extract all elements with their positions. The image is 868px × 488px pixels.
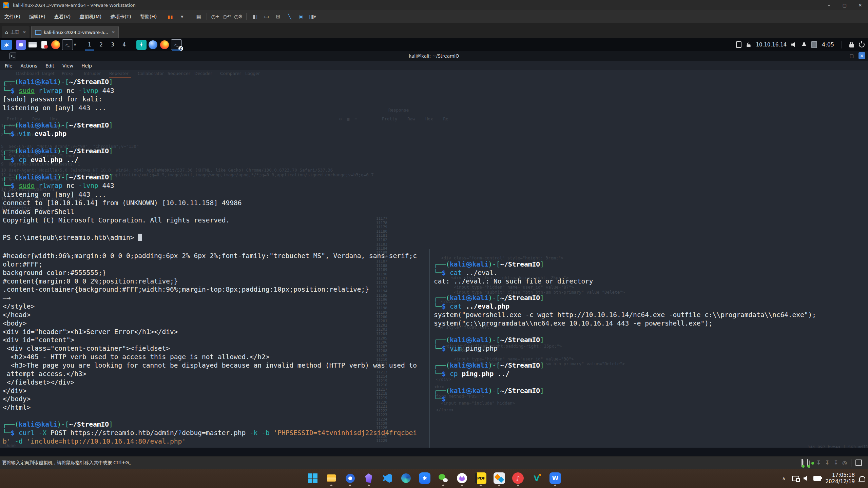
tab-home-close-icon[interactable]: ✕ bbox=[23, 30, 26, 35]
sphere-app-window-icon[interactable] bbox=[148, 40, 158, 50]
obsidian[interactable] bbox=[360, 470, 378, 486]
stretch-icon[interactable]: ╲ bbox=[284, 14, 295, 20]
message-log-icon[interactable] bbox=[855, 460, 862, 466]
terminal-line: .content-container{background:#FFF;width… bbox=[3, 286, 417, 294]
vmware-menu-2[interactable]: 查看(V) bbox=[50, 10, 75, 23]
wechat[interactable] bbox=[434, 470, 453, 486]
send-ctrl-alt-del-icon[interactable]: ▦ bbox=[193, 14, 204, 20]
snapshot-manager-icon[interactable]: ◷⚙ bbox=[232, 14, 244, 20]
terminal-menu-help[interactable]: Help bbox=[81, 63, 92, 69]
app-launcher-icon[interactable] bbox=[16, 40, 26, 50]
vmware-menu-3[interactable]: 虚拟机(M) bbox=[75, 10, 106, 23]
workspace-4[interactable]: 4 bbox=[119, 40, 129, 50]
file-manager-icon[interactable] bbox=[27, 40, 38, 50]
workspace-1[interactable]: 1 bbox=[84, 40, 95, 50]
tray-notifications-icon[interactable] bbox=[859, 476, 865, 481]
edge-browser[interactable] bbox=[397, 470, 416, 486]
workspace-3[interactable]: 3 bbox=[108, 40, 118, 50]
terminal-line: ┌──(kali㉿kali)-[~/StreamIO] bbox=[3, 147, 242, 156]
vmware-menu-0[interactable]: 文件(F) bbox=[0, 10, 25, 23]
vmware-close-button[interactable]: ✕ bbox=[852, 0, 868, 10]
usb-device-2-icon[interactable]: ↧ bbox=[825, 460, 829, 466]
multi-monitor-icon[interactable]: ◨▾ bbox=[307, 14, 318, 20]
workspace-switcher[interactable]: 1234 bbox=[83, 40, 129, 50]
start-button[interactable] bbox=[304, 470, 322, 486]
tab-kali-vm[interactable]: kali-linux-2024.3-vmware-a... ✕ bbox=[31, 26, 119, 38]
vmware-menu-4[interactable]: 选项卡(T) bbox=[106, 10, 135, 23]
snapshot-revert-icon[interactable]: ◷↶ bbox=[221, 14, 232, 20]
running-indicator bbox=[517, 485, 519, 486]
volume-icon[interactable] bbox=[791, 42, 797, 47]
terminal-menu-edit[interactable]: Edit bbox=[45, 63, 54, 69]
vpn-lock-icon[interactable] bbox=[747, 44, 751, 47]
tmux-vertical-border[interactable] bbox=[429, 249, 430, 448]
cat-app[interactable] bbox=[453, 470, 471, 486]
tmux-pane-bottom-left[interactable]: #header{width:96%;margin:0 0 0 0;padding… bbox=[3, 252, 417, 446]
lock-screen-icon[interactable] bbox=[849, 44, 854, 47]
v2rayn[interactable]: V bbox=[527, 470, 546, 486]
terminal-menu-file[interactable]: File bbox=[5, 63, 13, 69]
terminal-body[interactable]: DashboardTargetProxyIntruderRepeaterColl… bbox=[0, 70, 868, 448]
notifications-icon[interactable] bbox=[802, 42, 807, 47]
usb-device-1-icon[interactable]: ↧ bbox=[816, 460, 821, 466]
terminal-line: └─$ sudo rlwrap nc -lvnp 443 bbox=[3, 181, 242, 190]
terminal-menu-view[interactable]: View bbox=[62, 63, 73, 69]
tray-expand-icon[interactable]: ∧ bbox=[782, 476, 786, 481]
vmware-menu-5[interactable]: 帮助(H) bbox=[136, 10, 161, 23]
wps-office[interactable]: W bbox=[546, 470, 565, 486]
console-view-icon[interactable]: ⊞ bbox=[272, 14, 284, 20]
vmware-menu-1[interactable]: 编辑(E) bbox=[25, 10, 50, 23]
panel-clock[interactable]: 4:05 bbox=[822, 41, 834, 48]
running-indicator bbox=[349, 485, 351, 486]
terminal-line: —→ bbox=[3, 294, 417, 302]
thumbnail-bar-icon[interactable]: ▭ bbox=[261, 14, 272, 20]
vmware-workstation-icon bbox=[494, 472, 505, 484]
firefox-launcher-icon[interactable] bbox=[51, 40, 61, 50]
snapshot-take-icon[interactable]: ◷+ bbox=[209, 14, 221, 20]
terminal-window-icon: >_ bbox=[9, 53, 16, 59]
terminal-menu-actions[interactable]: Actions bbox=[21, 63, 37, 69]
vmware-workstation[interactable] bbox=[490, 470, 509, 486]
tab-home[interactable]: ⌂ 主页 ✕ bbox=[2, 26, 30, 38]
terminal-window-icon[interactable]: >_2 bbox=[171, 39, 182, 50]
workspace-2[interactable]: 2 bbox=[96, 40, 106, 50]
wps-office-icon: W bbox=[549, 472, 561, 484]
terminal-maximize-button[interactable]: □ bbox=[848, 52, 855, 59]
vscode[interactable] bbox=[378, 470, 397, 486]
clipboard-icon[interactable] bbox=[736, 41, 741, 48]
terminal-line bbox=[3, 412, 417, 421]
vmware-maximize-button[interactable]: ▢ bbox=[837, 0, 852, 10]
terminal-launcher-icon[interactable]: >_ bbox=[62, 39, 73, 50]
pdf-reader[interactable]: PDF bbox=[471, 470, 490, 486]
logout-icon[interactable] bbox=[859, 42, 865, 47]
text-editor-icon[interactable] bbox=[39, 40, 49, 50]
terminal-close-button[interactable]: ✕ bbox=[859, 52, 865, 59]
tray-network-icon[interactable] bbox=[792, 476, 799, 481]
netease-music[interactable]: ♪ bbox=[509, 470, 527, 486]
cd-drive-icon[interactable]: ◎ bbox=[842, 460, 847, 466]
tab-kali-vm-close-icon[interactable]: ✕ bbox=[112, 30, 115, 35]
terminal-dropdown-icon[interactable]: ∨ bbox=[74, 42, 78, 47]
fullscreen-icon[interactable]: ▣ bbox=[295, 14, 307, 20]
suspend-dropdown[interactable]: ▾ bbox=[176, 14, 188, 20]
chat-app[interactable]: ✱ bbox=[416, 470, 434, 486]
running-indicator bbox=[554, 485, 556, 486]
suspend-button[interactable]: ▮▮ bbox=[165, 14, 176, 19]
terminal-line: ┌──(kali㉿kali)-[~/StreamIO] bbox=[3, 78, 242, 86]
file-explorer[interactable] bbox=[322, 470, 341, 486]
tray-volume-icon[interactable] bbox=[804, 476, 809, 481]
terminal-titlebar[interactable]: >_ kali@kali: ~/StreamIO –□✕ bbox=[0, 51, 868, 61]
tmux-pane-bottom-right[interactable]: ┌──(kali㉿kali)-[~/StreamIO]└─$ cat ../ev… bbox=[434, 252, 816, 404]
usb-device-3-icon[interactable]: ↧ bbox=[834, 460, 838, 466]
chrome-browser[interactable] bbox=[341, 470, 360, 486]
kali-menu-icon[interactable] bbox=[1, 40, 12, 50]
tmux-pane-top[interactable]: ┌──(kali㉿kali)-[~/StreamIO]└─$ sudo rlwr… bbox=[3, 78, 242, 242]
library-toggle-icon[interactable]: ◧ bbox=[249, 14, 261, 20]
terminal-line: ┌──(kali㉿kali)-[~/StreamIO] bbox=[3, 121, 242, 130]
tray-clock[interactable]: 17:05:18 2024/12/19 bbox=[826, 472, 855, 485]
tray-battery-icon[interactable] bbox=[813, 476, 821, 481]
firefox-window-icon[interactable] bbox=[159, 40, 170, 50]
vmware-minimize-button[interactable]: – bbox=[821, 0, 837, 10]
teal-app-window-icon[interactable] bbox=[136, 40, 147, 50]
terminal-minimize-button[interactable]: – bbox=[838, 52, 845, 59]
